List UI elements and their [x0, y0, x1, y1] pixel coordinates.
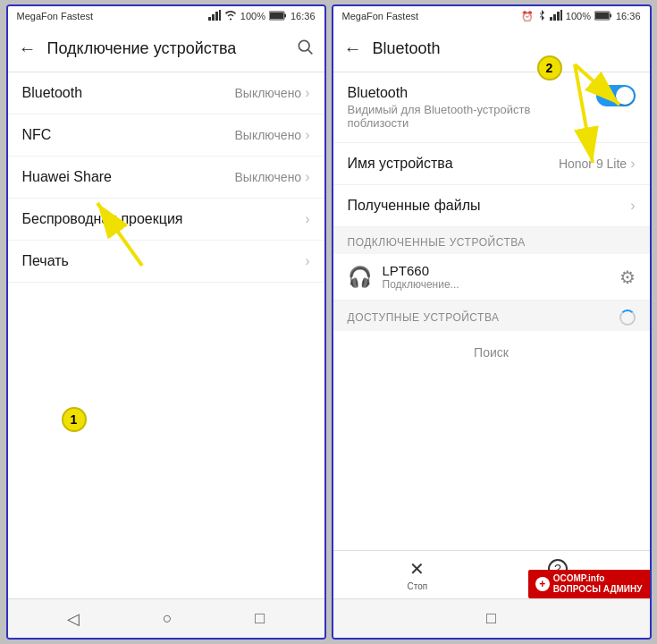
svg-rect-6	[284, 13, 286, 17]
annotation-1: 1	[62, 407, 87, 432]
svg-rect-3	[219, 10, 221, 21]
stop-action[interactable]: ✕ Стоп	[408, 558, 428, 591]
svg-rect-12	[553, 14, 556, 21]
nav-home-left[interactable]: ○	[163, 609, 173, 628]
headphone-icon: 🎧	[348, 266, 372, 289]
device-name-label: Имя устройства	[348, 156, 453, 172]
wifi-icon-left	[224, 11, 237, 22]
carrier-right: MegaFon Fastest	[342, 11, 419, 21]
nav-bar-right: □	[333, 598, 650, 638]
setting-nfc[interactable]: NFC Выключено ›	[8, 114, 324, 157]
search-text: Поиск	[333, 331, 650, 374]
svg-rect-13	[557, 12, 560, 21]
connected-device-row[interactable]: 🎧 LPT660 Подключение... ⚙	[333, 254, 650, 301]
connected-device-info: LPT660 Подключение...	[383, 263, 619, 291]
connected-section-header: ПОДКЛЮЧЕННЫЕ УСТРОЙСТВА	[333, 227, 650, 254]
right-phone: MegaFon Fastest ⏰ 100% 16:36 ← Bluetooth	[332, 4, 652, 640]
stop-icon: ✕	[409, 558, 425, 580]
status-bar-left: MegaFon Fastest 100% 16:36	[8, 6, 324, 26]
files-label: Полученные файлы	[348, 198, 481, 214]
watermark-text: OCOMP.info ВОПРОСЫ АДМИНУ	[553, 573, 643, 595]
setting-right-huawei: Выключено ›	[235, 169, 310, 185]
setting-label-nfc: NFC	[22, 127, 52, 143]
setting-right-nfc: Выключено ›	[235, 127, 310, 143]
annotation-2: 2	[537, 55, 562, 80]
svg-rect-14	[560, 10, 562, 21]
svg-rect-2	[215, 12, 218, 21]
setting-label-print: Печать	[22, 253, 69, 269]
status-right-left: 100% 16:36	[208, 10, 316, 22]
time-left: 16:36	[291, 11, 316, 21]
signal-icon-right	[550, 10, 562, 22]
battery-icon-right	[594, 11, 612, 22]
connected-device-name: LPT660	[383, 263, 619, 278]
page-title-left: Подключение устройства	[47, 39, 296, 58]
watermark-plus-icon: +	[535, 577, 550, 591]
gear-icon[interactable]: ⚙	[619, 267, 636, 288]
watermark-subtitle: ВОПРОСЫ АДМИНУ	[553, 584, 643, 595]
svg-line-8	[307, 50, 312, 55]
svg-rect-11	[550, 17, 552, 21]
carrier-left: MegaFon Fastest	[17, 11, 94, 21]
bt-icon-right	[537, 9, 546, 23]
chevron-icon-bluetooth: ›	[305, 85, 309, 101]
arrow-1	[80, 185, 169, 278]
available-header: ДОСТУПНЫЕ УСТРОЙСТВА	[333, 301, 650, 331]
time-right: 16:36	[616, 11, 641, 21]
setting-right-projection: ›	[305, 211, 309, 227]
settings-list: Bluetooth Выключено › NFC Выключено › Hu…	[8, 72, 324, 598]
nav-bar-left: ◁ ○ □	[8, 598, 324, 638]
watermark: + OCOMP.info ВОПРОСЫ АДМИНУ	[528, 570, 650, 598]
search-spinner	[619, 309, 636, 326]
svg-point-7	[299, 40, 309, 51]
watermark-site: OCOMP.info	[553, 573, 643, 584]
battery-left: 100%	[240, 11, 265, 21]
nav-back-left[interactable]: ◁	[67, 609, 80, 629]
received-files-row[interactable]: Полученные файлы ›	[333, 185, 650, 227]
status-right-right: ⏰ 100% 16:36	[521, 9, 641, 23]
alarm-icon-right: ⏰	[521, 11, 534, 22]
battery-right: 100%	[566, 11, 591, 21]
battery-icon-left	[269, 11, 287, 22]
back-button-right[interactable]: ←	[344, 38, 362, 59]
svg-rect-16	[595, 13, 609, 19]
svg-rect-1	[212, 14, 215, 21]
status-bar-right: MegaFon Fastest ⏰ 100% 16:36	[333, 6, 650, 26]
setting-value-nfc: Выключено	[235, 128, 302, 142]
svg-rect-17	[610, 13, 611, 17]
left-phone: MegaFon Fastest 100% 16:36 ← Подключение…	[6, 4, 326, 640]
nav-recent-left[interactable]: □	[255, 609, 265, 628]
signal-icon-left	[208, 10, 221, 22]
available-section: ДОСТУПНЫЕ УСТРОЙСТВА	[333, 301, 650, 331]
setting-right-bluetooth: Выключено ›	[235, 85, 310, 101]
nav-recent-right[interactable]: □	[486, 609, 496, 628]
chevron-files: ›	[630, 198, 635, 214]
setting-value-bluetooth: Выключено	[235, 86, 302, 100]
back-button-left[interactable]: ←	[19, 38, 37, 59]
svg-line-10	[97, 203, 142, 266]
setting-value-huawei: Выключено	[235, 170, 302, 184]
setting-bluetooth[interactable]: Bluetooth Выключено ›	[8, 72, 324, 114]
svg-rect-0	[208, 17, 211, 21]
setting-label-bluetooth: Bluetooth	[22, 85, 83, 101]
connected-device-status: Подключение...	[383, 278, 619, 291]
stop-label: Стоп	[408, 581, 428, 591]
chevron-icon-nfc: ›	[305, 127, 309, 143]
setting-label-huawei: Huawei Share	[22, 169, 113, 185]
chevron-icon-projection: ›	[305, 211, 309, 227]
chevron-icon-print: ›	[305, 253, 309, 269]
svg-rect-5	[270, 13, 283, 19]
setting-right-print: ›	[305, 253, 309, 269]
app-bar-left: ← Подключение устройства	[8, 26, 324, 72]
search-icon-left[interactable]	[296, 38, 314, 60]
available-section-label: ДОСТУПНЫЕ УСТРОЙСТВА	[348, 311, 500, 324]
chevron-icon-huawei: ›	[305, 169, 309, 185]
